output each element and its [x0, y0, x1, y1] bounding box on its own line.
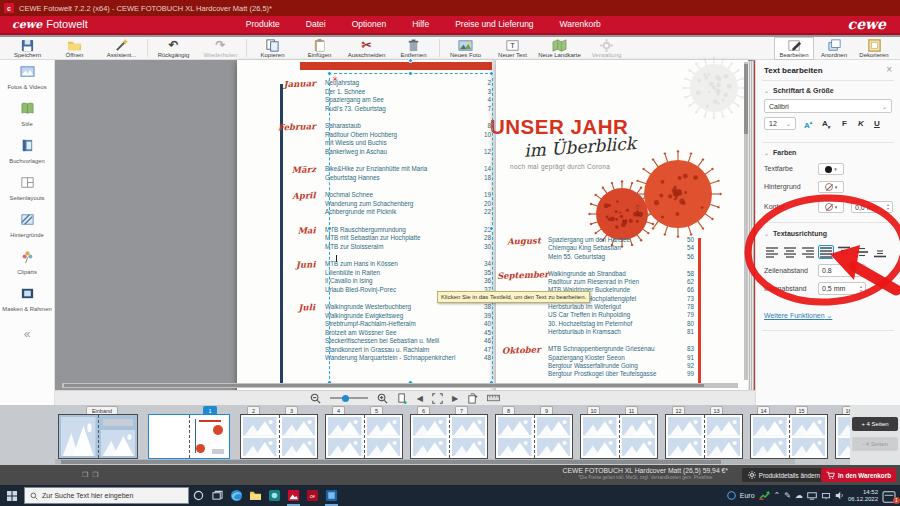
selection-handle[interactable] — [489, 226, 494, 231]
toolbar-button-paste[interactable]: Einfügen — [296, 39, 343, 58]
toc-entry[interactable]: US Car Treffen in Ruhpolding79 — [548, 311, 694, 319]
ruler-icon[interactable] — [487, 394, 500, 402]
bold-button[interactable]: F — [842, 119, 847, 128]
tray-expand-icon[interactable]: ⌃ — [774, 491, 781, 500]
text-selection-frame[interactable] — [329, 73, 493, 384]
thumbnail-spread-current[interactable] — [148, 414, 230, 459]
notification-center-icon[interactable]: 1 — [882, 489, 898, 503]
menu-item-hilfe[interactable]: Hilfe — [399, 16, 442, 33]
photos-app-icon[interactable] — [322, 485, 341, 506]
underline-button[interactable]: U — [874, 119, 880, 128]
valign-middle-button[interactable] — [854, 245, 870, 259]
font-smaller-button[interactable]: A▾ — [822, 119, 830, 130]
app-teal-icon[interactable] — [265, 485, 284, 506]
valign-top-button[interactable] — [836, 245, 852, 259]
monitor-icon[interactable] — [807, 492, 817, 500]
zoom-out-icon[interactable] — [310, 393, 321, 404]
euro-coin-icon[interactable] — [727, 491, 736, 500]
selection-rotate-handle[interactable] — [408, 58, 413, 63]
thumbnail-spread[interactable] — [580, 414, 658, 459]
selection-handle[interactable] — [408, 71, 413, 76]
toc-entry[interactable]: Walkingrunde ab Strandbad58 — [548, 270, 694, 278]
menu-item-preise-und-lieferung[interactable]: Preise und Lieferung — [442, 16, 546, 33]
sidebar-item-cliparts[interactable]: Cliparts — [0, 245, 54, 282]
product-details-button[interactable]: Produktdetails ändern — [742, 468, 826, 482]
mode-button-anordnen[interactable]: Anordnen — [814, 37, 854, 60]
align-right-button[interactable] — [800, 245, 816, 259]
sidebar-item-masken-rahmen[interactable]: Masken & Rahmen — [0, 282, 54, 319]
taskbar-clock[interactable]: 14:52 06.12.2022 — [848, 489, 878, 503]
toolbar-button-copy[interactable]: Kopieren — [249, 39, 296, 58]
toc-entry[interactable]: Radltour zum Riesenrad in Prien62 — [548, 278, 694, 286]
thumbnail-spread[interactable] — [835, 414, 850, 459]
task-view-icon[interactable] — [208, 485, 227, 506]
toc-entry[interactable]: 30. Hochzeitstag im Peternhof80 — [548, 320, 694, 328]
section-colors[interactable]: ⌄Farben — [764, 149, 796, 156]
prev-spread-icon[interactable]: ◀ — [417, 394, 423, 403]
font-larger-button[interactable]: A▴ — [804, 119, 812, 130]
speaker-icon[interactable] — [835, 491, 844, 500]
sidebar-item-seitenlayouts[interactable]: Seitenlayouts — [0, 171, 54, 208]
toc-entry[interactable]: Herbsturlaub im Woferlgut78 — [548, 303, 694, 311]
cewe-red-app-icon[interactable]: ce — [303, 485, 322, 506]
toc-entry[interactable]: Chiemgau King Sebastian54 — [548, 244, 694, 252]
explorer-icon[interactable] — [246, 485, 265, 506]
toc-entry[interactable]: Bergtour Wasserfallrunde Going92 — [548, 362, 694, 370]
view-mode-icons[interactable]: ❐ ❐ — [82, 471, 100, 479]
textcolor-swatch[interactable]: ▾ — [818, 163, 844, 175]
toc-entry[interactable]: Herbsturlaub in Kramsach81 — [548, 328, 694, 336]
font-family-select[interactable]: Calibri⌄ — [764, 99, 892, 113]
thumbnail-cover[interactable] — [58, 414, 138, 459]
toc-right-column[interactable]: AugustSpaziergang um den Hartsee50Chiemg… — [498, 236, 694, 387]
toolbar-button-new-photo[interactable]: Neues Foto — [442, 39, 489, 58]
sidebar-item-stile[interactable]: Stile — [0, 97, 54, 134]
thumbnails-scrollbar[interactable] — [55, 459, 795, 464]
toc-entry[interactable]: Spaziergang um den Hartsee50 — [548, 236, 694, 244]
valign-bottom-button[interactable] — [872, 245, 888, 259]
rotate-handle-icon[interactable]: ✳ — [332, 75, 339, 84]
toolbar-button-delete[interactable]: Entfernen — [390, 39, 437, 58]
font-size-select[interactable]: 12⌄ — [764, 117, 796, 130]
toc-entry[interactable]: Spaziergang Kloster Seeon91 — [548, 354, 694, 362]
next-spread-icon[interactable]: ▶ — [452, 394, 458, 403]
fit-view-icon[interactable] — [432, 393, 443, 404]
start-button[interactable] — [0, 491, 24, 501]
toolbar-button-save[interactable]: Speichern — [4, 39, 51, 58]
thumbnail-spread[interactable] — [495, 414, 573, 459]
add-pages-button[interactable]: + 4 Seiten — [852, 417, 898, 431]
toc-entry[interactable]: Mein 55. Geburtstag56 — [548, 253, 694, 261]
cloud-icon[interactable]: ☁ — [795, 491, 803, 500]
pen-icon[interactable]: ✎ — [784, 491, 791, 500]
sidebar-item-fotos-videos[interactable]: Fotos & Videos — [0, 60, 54, 97]
padding-input[interactable]: 0,5 mm▴▾ — [818, 282, 866, 295]
section-alignment[interactable]: ⌄Textausrichtung — [764, 230, 827, 237]
outline-swatch[interactable]: ▾ — [818, 201, 844, 213]
edge-icon[interactable] — [227, 485, 246, 506]
toc-entry[interactable]: MTB Schnappenbergrunde Griesenau83 — [548, 345, 694, 353]
cortana-icon[interactable] — [189, 485, 208, 506]
toolbar-button-new-text[interactable]: TNeuer Text — [489, 39, 536, 58]
rotate-spread-icon[interactable] — [467, 393, 478, 404]
sidebar-item-buchvorlagen[interactable]: Buchvorlagen — [0, 134, 54, 171]
remove-pages-button[interactable]: - 4 Seiten — [852, 437, 898, 451]
mode-button-dekorieren[interactable]: Dekorieren — [854, 37, 894, 60]
align-justify-button[interactable] — [818, 245, 834, 259]
taskbar-search-input[interactable]: Zur Suche Text hier eingeben — [24, 487, 189, 504]
zoom-slider-handle[interactable] — [342, 395, 349, 402]
menu-item-optionen[interactable]: Optionen — [339, 16, 400, 33]
selection-handle[interactable] — [327, 226, 332, 231]
sidebar-collapse-button[interactable]: « — [0, 327, 54, 341]
align-left-button[interactable] — [764, 245, 780, 259]
zoom-in-icon[interactable] — [377, 393, 388, 404]
selection-handle[interactable] — [489, 71, 494, 76]
outline-width-spinner[interactable]: 0,0 mm▴▾ — [851, 201, 893, 213]
stock-chart-icon[interactable] — [759, 491, 770, 500]
background-swatch[interactable]: ▾ — [818, 181, 844, 193]
book-right-page[interactable]: UNSER JAHR im Überblick noch mal geprägt… — [496, 60, 748, 394]
toolbar-button-undo[interactable]: ↶Rückgängig — [150, 39, 197, 58]
close-icon[interactable]: × — [886, 64, 892, 75]
section-font[interactable]: ⌄Schriftart & Größe — [764, 87, 834, 94]
thumbnail-spread[interactable] — [240, 414, 318, 459]
add-page-icon[interactable] — [397, 393, 408, 404]
canvas-hscrollbar[interactable] — [62, 383, 738, 388]
